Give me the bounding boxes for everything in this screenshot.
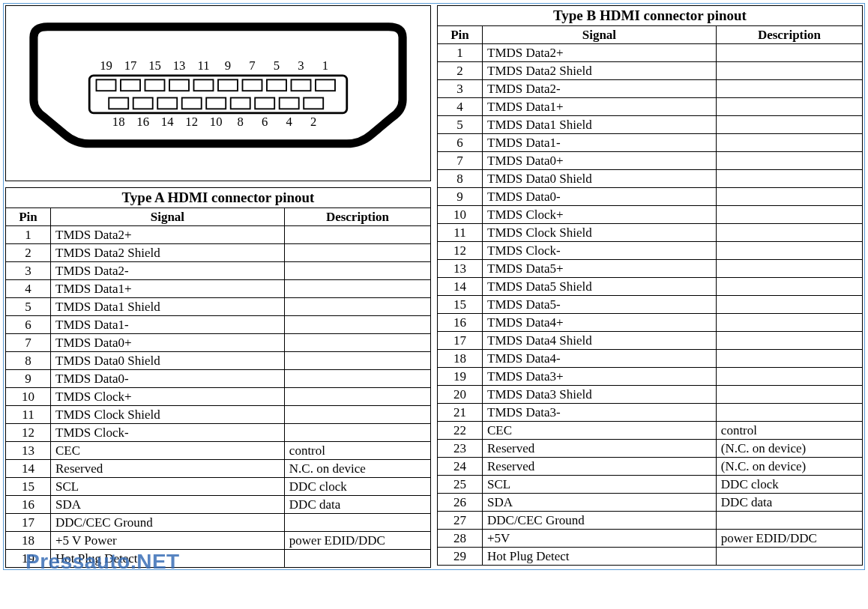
signal-cell: TMDS Data1-	[483, 134, 717, 152]
pin-cell: 18	[438, 350, 483, 368]
pin-cell: 20	[438, 386, 483, 404]
pin-cell: 11	[438, 224, 483, 242]
description-cell: DDC clock	[716, 476, 862, 494]
table-row: 6TMDS Data1-	[6, 316, 431, 334]
pin-cell: 18	[6, 532, 51, 550]
pin-cell: 9	[6, 370, 51, 388]
signal-cell: Reserved	[483, 458, 717, 476]
signal-cell: TMDS Data0 Shield	[483, 170, 717, 188]
description-cell	[716, 170, 862, 188]
left-column: 191715131197531 18161412108642 Type A HD…	[5, 5, 431, 568]
signal-cell: TMDS Data0+	[483, 152, 717, 170]
pin-cell: 10	[438, 206, 483, 224]
signal-cell: TMDS Data2+	[51, 226, 285, 244]
svg-text:17: 17	[124, 58, 137, 73]
svg-rect-12	[133, 97, 153, 109]
pin-cell: 22	[438, 422, 483, 440]
description-cell	[716, 260, 862, 278]
svg-text:10: 10	[210, 114, 223, 128]
description-cell	[716, 332, 862, 350]
svg-rect-4	[169, 79, 189, 91]
svg-rect-14	[182, 97, 202, 109]
description-cell	[716, 116, 862, 134]
type-a-table: Type A HDMI connector pinout Pin Signal …	[5, 187, 431, 568]
signal-cell: TMDS Data5+	[483, 260, 717, 278]
description-cell	[284, 424, 430, 442]
col-pin: Pin	[438, 26, 483, 44]
signal-cell: SDA	[483, 494, 717, 512]
svg-rect-9	[292, 79, 311, 91]
signal-cell: TMDS Data2 Shield	[51, 244, 285, 262]
description-cell	[716, 512, 862, 530]
pin-cell: 16	[6, 496, 51, 514]
signal-cell: Hot Plug Detect	[483, 548, 717, 566]
svg-text:14: 14	[161, 114, 174, 128]
signal-cell: TMDS Data3 Shield	[483, 386, 717, 404]
description-cell	[284, 298, 430, 316]
signal-cell: TMDS Data1 Shield	[483, 116, 717, 134]
pin-cell: 23	[438, 440, 483, 458]
table-row: 4TMDS Data1+	[438, 98, 863, 116]
signal-cell: Hot Plug Detect	[51, 550, 285, 568]
table-row: 9TMDS Data0-	[6, 370, 431, 388]
svg-rect-5	[194, 79, 214, 91]
table-row: 9TMDS Data0-	[438, 188, 863, 206]
signal-cell: CEC	[51, 442, 285, 460]
description-cell: (N.C. on device)	[716, 440, 862, 458]
signal-cell: TMDS Data1+	[483, 98, 717, 116]
description-cell: DDC data	[284, 496, 430, 514]
signal-cell: +5V	[483, 530, 717, 548]
description-cell	[284, 388, 430, 406]
type-a-title: Type A HDMI connector pinout	[5, 187, 431, 207]
description-cell	[716, 350, 862, 368]
pin-cell: 17	[438, 332, 483, 350]
signal-cell: +5 V Power	[51, 532, 285, 550]
signal-cell: TMDS Clock Shield	[51, 406, 285, 424]
table-row: 23Reserved(N.C. on device)	[438, 440, 863, 458]
pin-cell: 28	[438, 530, 483, 548]
pin-cell: 12	[438, 242, 483, 260]
pin-cell: 1	[6, 226, 51, 244]
svg-text:2: 2	[310, 114, 316, 128]
svg-rect-19	[304, 97, 323, 109]
table-row: 8TMDS Data0 Shield	[438, 170, 863, 188]
pin-cell: 12	[6, 424, 51, 442]
signal-cell: SDA	[51, 496, 285, 514]
right-column: Type B HDMI connector pinout Pin Signal …	[437, 5, 863, 568]
col-signal: Signal	[51, 208, 285, 226]
table-row: 7TMDS Data0+	[438, 152, 863, 170]
description-cell	[284, 262, 430, 280]
signal-cell: SCL	[483, 476, 717, 494]
pin-cell: 2	[6, 244, 51, 262]
signal-cell: TMDS Data5 Shield	[483, 278, 717, 296]
description-cell	[716, 314, 862, 332]
description-cell	[716, 404, 862, 422]
table-row: 10TMDS Clock+	[438, 206, 863, 224]
description-cell	[716, 206, 862, 224]
description-cell: control	[284, 442, 430, 460]
table-row: 4TMDS Data1+	[6, 280, 431, 298]
signal-cell: TMDS Data0+	[51, 334, 285, 352]
pin-cell: 5	[6, 298, 51, 316]
table-row: 16TMDS Data4+	[438, 314, 863, 332]
table-row: 8TMDS Data0 Shield	[6, 352, 431, 370]
table-row: 11TMDS Clock Shield	[6, 406, 431, 424]
page: 191715131197531 18161412108642 Type A HD…	[3, 3, 865, 570]
svg-text:8: 8	[238, 114, 244, 128]
pin-cell: 25	[438, 476, 483, 494]
col-signal: Signal	[483, 26, 717, 44]
hdmi-connector-icon: 191715131197531 18161412108642	[23, 18, 413, 168]
signal-cell: TMDS Data5-	[483, 296, 717, 314]
signal-cell: TMDS Clock-	[51, 424, 285, 442]
table-row: 26SDADDC data	[438, 494, 863, 512]
signal-cell: TMDS Data4-	[483, 350, 717, 368]
description-cell	[284, 316, 430, 334]
svg-text:1: 1	[322, 58, 328, 73]
hdmi-connector-diagram: 191715131197531 18161412108642	[5, 5, 431, 181]
col-description: Description	[284, 208, 430, 226]
pin-cell: 9	[438, 188, 483, 206]
signal-cell: TMDS Data3-	[483, 404, 717, 422]
table-row: 16SDADDC data	[6, 496, 431, 514]
table-row: 10TMDS Clock+	[6, 388, 431, 406]
signal-cell: TMDS Data1+	[51, 280, 285, 298]
